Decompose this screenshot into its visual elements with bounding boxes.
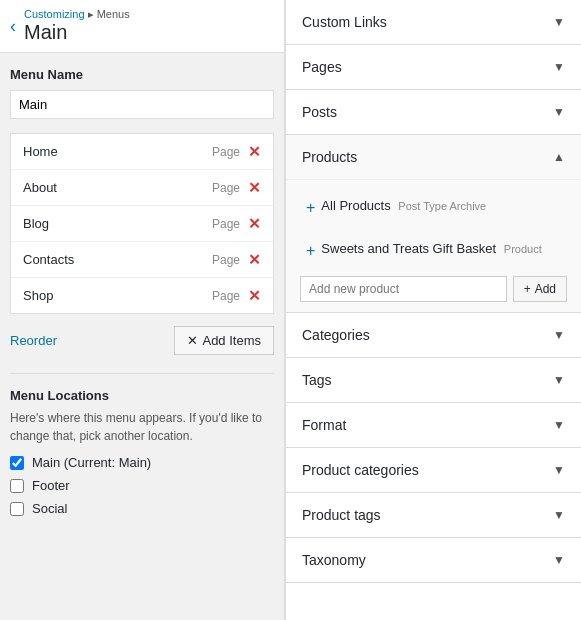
left-header: ‹ Customizing ▸ Menus Main — [0, 0, 284, 53]
location-row: Main (Current: Main) — [10, 455, 274, 470]
accordion-header-products[interactable]: Products ▲ — [286, 135, 581, 179]
product-item: + All Products Post Type Archive — [300, 190, 567, 225]
accordion-item-product-categories: Product categories ▼ — [286, 448, 581, 493]
accordion-title: Custom Links — [302, 14, 387, 30]
header-text: Customizing ▸ Menus Main — [24, 8, 130, 44]
menu-item: Blog Page ✕ — [11, 206, 273, 242]
product-add-icon[interactable]: + — [306, 199, 315, 217]
chevron-down-icon: ▼ — [553, 373, 565, 387]
accordion-header-custom-links[interactable]: Custom Links ▼ — [286, 0, 581, 44]
back-button[interactable]: ‹ — [10, 17, 16, 35]
accordion-title: Product categories — [302, 462, 419, 478]
product-add-icon[interactable]: + — [306, 242, 315, 260]
menu-item-right: Page ✕ — [212, 252, 261, 267]
location-label: Footer — [32, 478, 70, 493]
accordion-title: Format — [302, 417, 346, 433]
menu-item-type: Page — [212, 253, 240, 267]
chevron-down-icon: ▼ — [553, 328, 565, 342]
left-panel: ‹ Customizing ▸ Menus Main Menu Name Hom… — [0, 0, 285, 620]
menu-item: Contacts Page ✕ — [11, 242, 273, 278]
menu-name-input[interactable] — [10, 90, 274, 119]
accordion-item-posts: Posts ▼ — [286, 90, 581, 135]
menu-item: Home Page ✕ — [11, 134, 273, 170]
menu-item: About Page ✕ — [11, 170, 273, 206]
accordion-header-pages[interactable]: Pages ▼ — [286, 45, 581, 89]
reorder-link[interactable]: Reorder — [10, 333, 57, 348]
accordion-title: Product tags — [302, 507, 381, 523]
accordion-header-categories[interactable]: Categories ▼ — [286, 313, 581, 357]
menu-item-right: Page ✕ — [212, 216, 261, 231]
location-checkbox[interactable] — [10, 479, 24, 493]
menu-item-type: Page — [212, 145, 240, 159]
breadcrumb-customizing-link[interactable]: Customizing — [24, 8, 85, 20]
accordion-title: Products — [302, 149, 357, 165]
menu-item-right: Page ✕ — [212, 288, 261, 303]
chevron-up-icon: ▲ — [553, 150, 565, 164]
add-product-input[interactable] — [300, 276, 507, 302]
add-product-button[interactable]: + Add — [513, 276, 567, 302]
accordion-item-tags: Tags ▼ — [286, 358, 581, 403]
menu-item-name: Shop — [23, 288, 53, 303]
menu-item-remove-button[interactable]: ✕ — [248, 216, 261, 231]
add-items-icon: ✕ — [187, 333, 198, 348]
accordion-item-format: Format ▼ — [286, 403, 581, 448]
accordion-header-product-tags[interactable]: Product tags ▼ — [286, 493, 581, 537]
location-checkbox[interactable] — [10, 456, 24, 470]
product-item: + Sweets and Treats Gift Basket Product — [300, 233, 567, 268]
product-info: All Products Post Type Archive — [321, 198, 486, 213]
chevron-down-icon: ▼ — [553, 508, 565, 522]
plus-icon: + — [524, 282, 531, 296]
product-info: Sweets and Treats Gift Basket Product — [321, 241, 541, 256]
add-new-row: + Add — [300, 276, 567, 302]
accordion-item-product-tags: Product tags ▼ — [286, 493, 581, 538]
chevron-down-icon: ▼ — [553, 105, 565, 119]
accordion-title: Pages — [302, 59, 342, 75]
product-type-badge: Product — [504, 243, 542, 255]
menu-item-right: Page ✕ — [212, 144, 261, 159]
accordion-content-products: + All Products Post Type Archive + Sweet… — [286, 179, 581, 312]
add-items-label: Add Items — [202, 333, 261, 348]
add-button-label: Add — [535, 282, 556, 296]
menu-locations-title: Menu Locations — [10, 388, 274, 403]
accordion-header-format[interactable]: Format ▼ — [286, 403, 581, 447]
menu-item-name: About — [23, 180, 57, 195]
menu-item-type: Page — [212, 181, 240, 195]
accordion-header-product-categories[interactable]: Product categories ▼ — [286, 448, 581, 492]
locations-container: Main (Current: Main) Footer Social — [10, 455, 274, 516]
accordion-title: Taxonomy — [302, 552, 366, 568]
menu-item-name: Home — [23, 144, 58, 159]
menu-item-remove-button[interactable]: ✕ — [248, 180, 261, 195]
menu-item: Shop Page ✕ — [11, 278, 273, 313]
chevron-down-icon: ▼ — [553, 418, 565, 432]
location-label: Main (Current: Main) — [32, 455, 151, 470]
accordion-header-posts[interactable]: Posts ▼ — [286, 90, 581, 134]
accordion-header-taxonomy[interactable]: Taxonomy ▼ — [286, 538, 581, 582]
product-title: All Products — [321, 198, 390, 213]
menu-item-remove-button[interactable]: ✕ — [248, 288, 261, 303]
left-content: Menu Name Home Page ✕ About Page ✕ Blog … — [0, 53, 284, 538]
menu-item-remove-button[interactable]: ✕ — [248, 144, 261, 159]
menu-item-type: Page — [212, 289, 240, 303]
location-checkbox[interactable] — [10, 502, 24, 516]
chevron-down-icon: ▼ — [553, 15, 565, 29]
add-items-button[interactable]: ✕ Add Items — [174, 326, 274, 355]
accordion-item-taxonomy: Taxonomy ▼ — [286, 538, 581, 583]
menu-item-remove-button[interactable]: ✕ — [248, 252, 261, 267]
menu-locations-section: Menu Locations Here's where this menu ap… — [10, 373, 274, 516]
accordion-item-products: Products ▲ + All Products Post Type Arch… — [286, 135, 581, 313]
accordion-item-custom-links: Custom Links ▼ — [286, 0, 581, 45]
accordion-title: Categories — [302, 327, 370, 343]
right-panel: Custom Links ▼ Pages ▼ Posts ▼ Products … — [285, 0, 581, 620]
accordion-item-pages: Pages ▼ — [286, 45, 581, 90]
accordion-header-tags[interactable]: Tags ▼ — [286, 358, 581, 402]
menu-item-right: Page ✕ — [212, 180, 261, 195]
menu-name-label: Menu Name — [10, 67, 274, 82]
chevron-down-icon: ▼ — [553, 60, 565, 74]
accordion-container: Custom Links ▼ Pages ▼ Posts ▼ Products … — [286, 0, 581, 583]
accordion-title: Posts — [302, 104, 337, 120]
breadcrumb: Customizing ▸ Menus — [24, 8, 130, 21]
menu-locations-desc: Here's where this menu appears. If you'd… — [10, 409, 274, 445]
chevron-down-icon: ▼ — [553, 553, 565, 567]
menu-items-list: Home Page ✕ About Page ✕ Blog Page ✕ Con… — [10, 133, 274, 314]
accordion-item-categories: Categories ▼ — [286, 313, 581, 358]
